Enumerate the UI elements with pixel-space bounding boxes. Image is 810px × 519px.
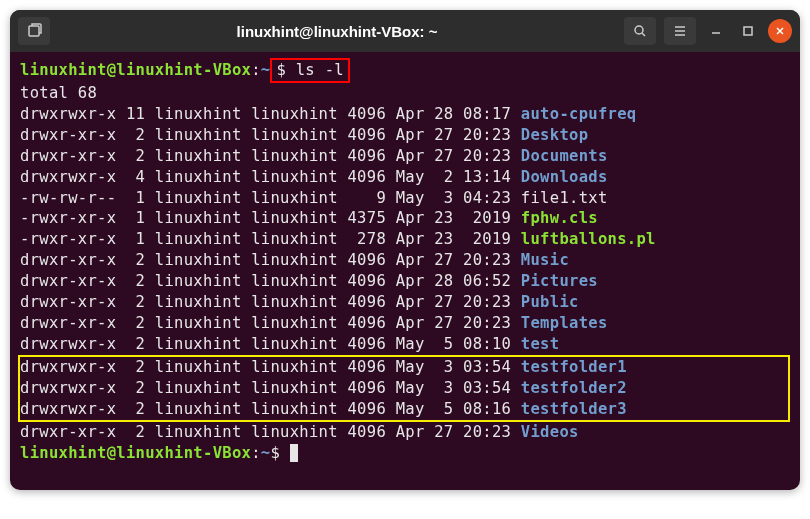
prompt-path-2: ~ — [261, 444, 271, 462]
file-name: Documents — [521, 147, 608, 165]
search-icon — [632, 23, 648, 39]
file-name: Templates — [521, 314, 608, 332]
titlebar: linuxhint@linuxhint-VBox: ~ — [10, 10, 800, 52]
close-icon — [775, 26, 785, 36]
terminal-body[interactable]: linuxhint@linuxhint-VBox:~$ ls -l total … — [10, 52, 800, 470]
svg-rect-0 — [29, 26, 39, 36]
titlebar-controls — [624, 17, 792, 45]
file-name: testfolder1 — [521, 358, 627, 376]
file-name: luftballons.pl — [521, 230, 656, 248]
file-name: Desktop — [521, 126, 588, 144]
prompt-colon-2: : — [251, 444, 261, 462]
file-name: Videos — [521, 423, 579, 441]
prompt-dollar-2: $ — [270, 444, 280, 462]
file-name: auto-cpufreq — [521, 105, 637, 123]
ls-output-block-after: drwxr-xr-x 2 linuxhint linuxhint 4096 Ap… — [20, 422, 790, 443]
close-button[interactable] — [768, 19, 792, 43]
prompt-colon: : — [251, 61, 261, 79]
window-title: linuxhint@linuxhint-VBox: ~ — [58, 23, 616, 40]
file-name: Public — [521, 293, 579, 311]
svg-rect-2 — [744, 27, 752, 35]
minimize-icon — [710, 25, 722, 37]
total-line: total 68 — [20, 84, 97, 102]
maximize-icon — [743, 26, 753, 36]
hamburger-icon — [672, 23, 688, 39]
prompt-userhost-2: linuxhint@linuxhint-VBox — [20, 444, 251, 462]
command-highlight: $ ls -l — [270, 58, 349, 83]
command-text: ls -l — [296, 61, 344, 79]
file-name: file1.txt — [521, 189, 608, 207]
new-tab-button[interactable] — [18, 17, 50, 45]
svg-point-1 — [635, 26, 643, 34]
prompt-path: ~ — [261, 61, 271, 79]
file-name: testfolder2 — [521, 379, 627, 397]
highlighted-rows: drwxrwxr-x 2 linuxhint linuxhint 4096 Ma… — [18, 355, 790, 422]
file-name: Downloads — [521, 168, 608, 186]
prompt-userhost: linuxhint@linuxhint-VBox — [20, 61, 251, 79]
maximize-button[interactable] — [736, 19, 760, 43]
new-tab-icon — [26, 23, 42, 39]
search-button[interactable] — [624, 17, 656, 45]
file-name: testfolder3 — [521, 400, 627, 418]
menu-button[interactable] — [664, 17, 696, 45]
cursor — [290, 444, 298, 462]
file-name: test — [521, 335, 560, 353]
prompt-dollar: $ — [276, 61, 286, 79]
ls-output-block: drwxrwxr-x 11 linuxhint linuxhint 4096 A… — [20, 104, 790, 355]
file-name: fphw.cls — [521, 209, 598, 227]
minimize-button[interactable] — [704, 19, 728, 43]
terminal-window: linuxhint@linuxhint-VBox: ~ linuxhint@li… — [10, 10, 800, 490]
file-name: Pictures — [521, 272, 598, 290]
file-name: Music — [521, 251, 569, 269]
